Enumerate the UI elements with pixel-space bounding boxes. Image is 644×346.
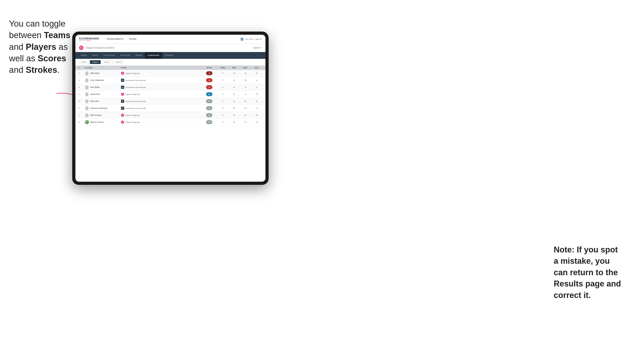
table-row: 7 Blair McHarg C Clippd College [A] +8 F…: [76, 112, 266, 119]
toggle-players-button[interactable]: Players: [90, 60, 101, 64]
team-name-8: Clippd College [A]: [125, 121, 140, 123]
player-cell-8: Marcus Turners: [85, 120, 121, 124]
rd1-1: +3: [228, 72, 240, 74]
score-badge-6: +6: [206, 106, 212, 110]
avatar-4: [85, 92, 89, 96]
rd2-4: -4: [240, 93, 251, 95]
player-name-8: Marcus Turners: [90, 121, 104, 123]
nav-links: TOURNAMENTS TEAMS: [104, 35, 240, 44]
rank-2: 2: [78, 79, 85, 81]
tab-details[interactable]: Details: [78, 52, 90, 59]
score-badge-2: -4: [206, 78, 212, 82]
col-team: TEAM: [121, 67, 201, 69]
rank-6: 6: [78, 107, 85, 109]
player-cell-7: Blair McHarg: [85, 113, 121, 117]
rank-1: 1: [78, 72, 85, 74]
team-cell-7: C Clippd College [A]: [121, 114, 201, 117]
tab-results[interactable]: Results: [133, 52, 145, 59]
team-logo-5: SU: [121, 100, 124, 103]
rd2-3: -2: [240, 86, 251, 88]
rd1-6: +5: [228, 107, 240, 109]
team-cell-5: SU Scoreboard University [A]: [121, 100, 201, 103]
svg-point-6: [85, 88, 88, 89]
col-player: PLAYER: [85, 67, 121, 69]
players-bold: Players: [26, 42, 56, 52]
right-annotation: Note: If you spota mistake, youcan retur…: [554, 244, 630, 301]
nav-teams[interactable]: TEAMS: [126, 35, 139, 44]
avatar-1: [85, 71, 89, 75]
player-name-1: Elliot Ebert: [90, 72, 100, 74]
table-row: 1 Elliot Ebert C Clippd College [A] -8 F…: [76, 70, 266, 77]
table-header: # PLAYER TEAM TOTAL THRU RD1 RD2 RD3: [76, 66, 266, 70]
rd3-2: -4: [251, 79, 262, 81]
col-rd2: RD2: [240, 67, 251, 69]
sub-nav: Details Teams Course Setup Tee Groups Re…: [76, 52, 266, 59]
leaderboard-table: # PLAYER TEAM TOTAL THRU RD1 RD2 RD3 1 E…: [76, 66, 266, 182]
svg-point-12: [85, 109, 88, 110]
thru-8: F: [217, 121, 228, 123]
thru-1: F: [217, 72, 228, 74]
tab-printables[interactable]: Printables: [162, 52, 176, 59]
svg-point-3: [86, 79, 88, 81]
rd3-5: E: [251, 100, 262, 102]
avatar-3: [85, 85, 89, 89]
rd1-7: +2: [228, 114, 240, 116]
rd3-3: -1: [251, 86, 262, 88]
score-badge-4: E: [206, 92, 212, 96]
toggle-bar: Teams Players Scores Strokes: [76, 59, 266, 66]
svg-point-13: [86, 114, 88, 116]
avatar-icon-1: [85, 71, 89, 75]
cancel-button[interactable]: Cancel ✕: [253, 47, 262, 49]
rank-7: 7: [78, 114, 85, 116]
teams-bold: Teams: [44, 30, 70, 40]
tab-leaderboards[interactable]: Leaderboards: [145, 52, 162, 59]
rank-3: 3: [78, 86, 85, 88]
table-row: 8 Marcus Turners C Clippd College [A] +1…: [76, 119, 266, 126]
avatar-icon-5: [85, 99, 89, 103]
nav-tournaments[interactable]: TOURNAMENTS: [104, 35, 126, 44]
team-logo-3: SU: [121, 86, 124, 89]
toggle-teams-button[interactable]: Teams: [78, 60, 89, 64]
tab-course-setup[interactable]: Course Setup: [100, 52, 118, 59]
team-name-2: Scoreboard University [A]: [125, 79, 146, 81]
score-badge-5: +1: [206, 99, 212, 103]
toggle-strokes-button[interactable]: Strokes: [113, 60, 124, 64]
table-row: 3 Rich Butler SU Scoreboard University […: [76, 84, 266, 91]
col-total: TOTAL: [201, 67, 217, 69]
rd1-8: +2: [228, 121, 240, 123]
avatar-icon-6: [85, 106, 89, 110]
cancel-x-icon: ✕: [260, 47, 262, 49]
team-logo-6: SU: [121, 107, 124, 110]
rd3-7: +6: [251, 114, 262, 116]
rd1-4: +1: [228, 93, 240, 95]
svg-point-7: [86, 93, 88, 95]
tab-teams[interactable]: Teams: [90, 52, 100, 59]
team-logo-7: C: [121, 114, 124, 117]
score-badge-8: +11: [206, 120, 212, 124]
team-name-1: Clippd College [A]: [125, 72, 140, 74]
rd2-8: +7: [240, 121, 251, 123]
team-name-4: Clippd College [A]: [125, 93, 140, 95]
team-name-7: Clippd College [A]: [125, 114, 140, 116]
table-row: 6 Cameron Robertson SU Scoreboard Univer…: [76, 105, 266, 112]
avatar-2: [85, 78, 89, 82]
rd2-5: E: [240, 100, 251, 102]
sign-out-link[interactable]: Sign out: [255, 38, 262, 40]
toggle-scores-button[interactable]: Scores: [102, 60, 112, 64]
tab-tee-groups[interactable]: Tee Groups: [118, 52, 133, 59]
player-cell-2: Chris Robertson: [85, 78, 121, 82]
rank-5: 5: [78, 100, 85, 102]
player-cell-4: David Ford: [85, 92, 121, 96]
tablet-screen: SCOREBOARD Powered by clippd TOURNAMENTS…: [76, 35, 266, 182]
logo-text: SCOREBOARD: [79, 37, 99, 40]
score-badge-3: -2: [206, 85, 212, 89]
top-nav: SCOREBOARD Powered by clippd TOURNAMENTS…: [76, 35, 266, 44]
score-badge-1: -8: [206, 71, 212, 75]
rd1-3: +1: [228, 86, 240, 88]
player-name-3: Rich Butler: [90, 86, 100, 88]
team-cell-3: SU Scoreboard University [A]: [121, 86, 201, 89]
team-logo-2: SU: [121, 79, 124, 82]
avatar-icon-2: [85, 78, 89, 82]
rd3-1: -5: [251, 72, 262, 74]
player-name-4: David Ford: [90, 93, 100, 95]
